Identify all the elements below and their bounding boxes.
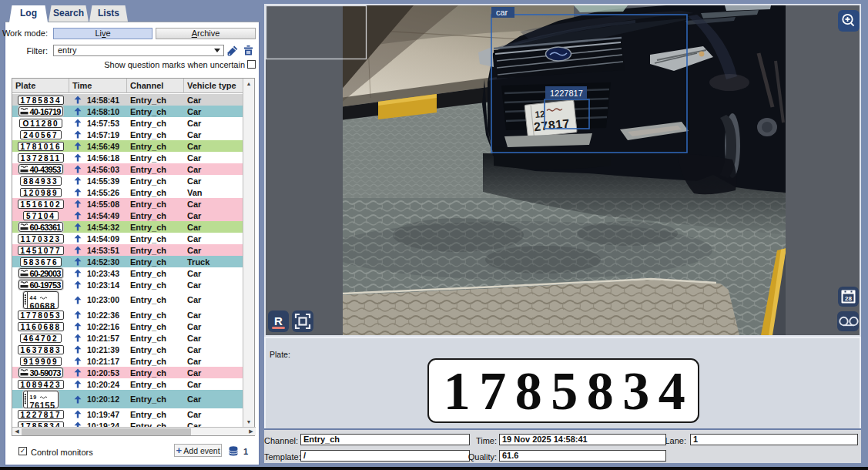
- svg-text:1227817: 1227817: [550, 89, 583, 98]
- svg-text:car: car: [496, 8, 508, 17]
- svg-text:R: R: [274, 314, 283, 327]
- svg-text:28: 28: [845, 295, 852, 302]
